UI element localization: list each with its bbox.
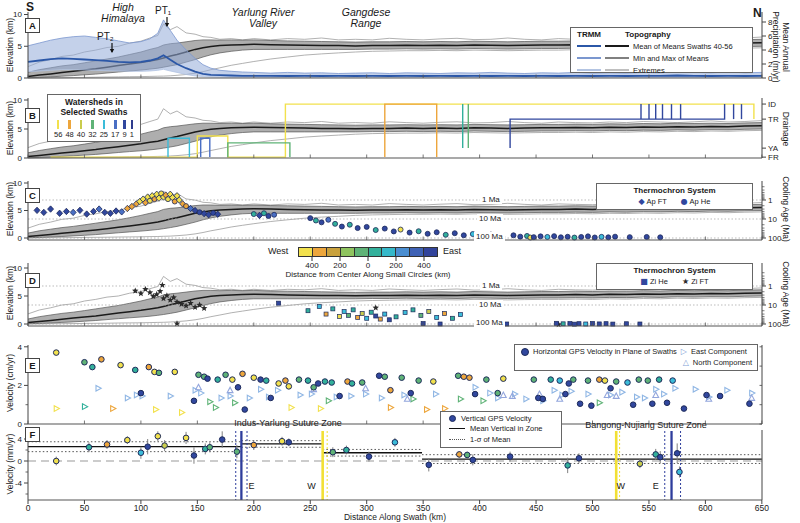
- diamond-icon: ◆: [639, 197, 645, 206]
- age-label-10ma-c: 10 Ma: [477, 214, 503, 223]
- svg-text:650: 650: [755, 503, 769, 513]
- colorbar-cell: [299, 248, 313, 256]
- compass-north-label: N: [753, 6, 762, 20]
- legend-f-row3-label: 1-σ of Mean: [470, 435, 510, 444]
- legend-a-row1-label: Mean of Means Swaths 40-56: [633, 42, 733, 51]
- colorbar-cell: [382, 248, 396, 256]
- colorbar-cell: [355, 248, 369, 256]
- legend-f-row1: Vertical GPS Velocity: [441, 412, 561, 423]
- axis-cooling-d-label: Cooling Age (Ma): [781, 229, 791, 359]
- svg-text:200: 200: [333, 261, 347, 270]
- svg-text:4: 4: [18, 343, 23, 352]
- watershed-swatch: 56: [54, 120, 62, 139]
- legend-a-row1: Mean of Means Swaths 40-56: [571, 40, 752, 52]
- legend-a-header: TRMM Topography: [571, 28, 752, 40]
- panel-b-label: B: [25, 108, 40, 123]
- svg-text:450: 450: [529, 503, 543, 513]
- legend-f-row2-label: Mean Vertical in Zone: [470, 424, 543, 433]
- legend-a-row3-label: Extremes: [633, 66, 665, 75]
- colorbar-cell: [313, 248, 327, 256]
- watershed-swatch: 9: [123, 120, 127, 139]
- svg-text:200: 200: [247, 503, 261, 513]
- svg-text:100: 100: [768, 320, 782, 329]
- vertical-gps-dot-icon: [449, 415, 456, 422]
- svg-text:100: 100: [768, 234, 782, 243]
- legend-watersheds: Watersheds in Selected Swaths 5648403225…: [47, 94, 141, 142]
- gangdese-range-annotation: Gangdese Range: [326, 7, 406, 29]
- axis-velocity-mm-label: Velocity (mm/yr): [5, 404, 15, 523]
- svg-text:400: 400: [305, 261, 319, 270]
- topo-mean-line-swatch: [605, 45, 629, 47]
- legend-e-main-label: Horizontal GPS Velocity in Plane of Swat…: [533, 347, 677, 356]
- svg-text:-4: -4: [15, 479, 23, 488]
- circle-icon: ●: [681, 197, 688, 206]
- svg-text:5: 5: [18, 42, 23, 51]
- colorbar-ticks: 4002000200400: [305, 257, 431, 270]
- legend-e-east-label: East Component: [691, 347, 747, 356]
- legend-a-col-topo: Topography: [625, 30, 671, 39]
- svg-text:E: E: [249, 481, 255, 491]
- legend-horizontal-gps: Horizontal GPS Velocity in Plane of Swat…: [514, 344, 758, 371]
- svg-text:1: 1: [768, 196, 773, 205]
- svg-text:0: 0: [18, 420, 23, 429]
- svg-text:4: 4: [18, 435, 23, 444]
- svg-text:0: 0: [18, 74, 23, 83]
- panel-a-label: A: [25, 18, 40, 33]
- svg-text:50: 50: [80, 503, 90, 513]
- colorbar-cell: [410, 248, 424, 256]
- mean-line-icon: [449, 428, 465, 429]
- legend-c-aphe: ● Ap He: [681, 197, 711, 206]
- swath-profile-figure: EWEW050100150200250300350400450500550600…: [0, 0, 800, 523]
- panel-d-label: D: [25, 273, 40, 288]
- legend-c-items: ◆ Ap FT ● Ap He: [597, 195, 752, 206]
- gps-circle-icon: [521, 348, 529, 356]
- legend-a-row2-label: Min and Max of Means: [633, 54, 709, 63]
- east-triangle-icon: ▷: [681, 347, 687, 356]
- legend-c-title: Thermochron System: [597, 184, 752, 195]
- svg-text:600: 600: [698, 503, 712, 513]
- square-icon: ■: [640, 277, 648, 286]
- svg-text:FR: FR: [768, 153, 779, 162]
- legend-e-row2: △ North Component: [515, 356, 757, 367]
- legend-b-title: Watersheds in Selected Swaths: [48, 95, 140, 117]
- watershed-swatch: 17: [111, 120, 119, 139]
- legend-d-items: ■ Zi He ★ Zi FT: [597, 275, 752, 286]
- chart-canvas: EWEW050100150200250300350400450500550600…: [0, 0, 800, 523]
- age-label-10ma-d: 10 Ma: [477, 300, 503, 309]
- legend-c-apft: ◆ Ap FT: [639, 197, 667, 206]
- high-himalaya-annotation: High Himalaya: [83, 2, 163, 24]
- age-label-100ma-d: 100 Ma: [474, 318, 505, 327]
- indus-yarlung-title: Indus-Yarlung Suture Zone: [188, 418, 388, 428]
- topo-minmax-line-swatch: [605, 57, 629, 59]
- svg-text:150: 150: [190, 503, 204, 513]
- legend-f-row3: 1-σ of Mean: [441, 433, 561, 444]
- colorbar-cell: [424, 248, 437, 256]
- legend-c-apft-label: Ap FT: [646, 197, 666, 206]
- pt2-annotation: PT₂: [97, 31, 114, 42]
- svg-text:0: 0: [366, 261, 371, 270]
- svg-text:0: 0: [18, 154, 23, 163]
- legend-vertical-gps: Vertical GPS Velocity Mean Vertical in Z…: [440, 411, 562, 448]
- legend-e-row1: Horizontal GPS Velocity in Plane of Swat…: [515, 345, 757, 356]
- svg-text:200: 200: [389, 261, 403, 270]
- colorbar-east-label: East: [443, 246, 461, 256]
- svg-text:E: E: [653, 481, 659, 491]
- panel-f-plot: EWEW: [28, 431, 762, 500]
- legend-f-row1-label: Vertical GPS Velocity: [461, 414, 531, 423]
- watershed-swatch: 25: [100, 120, 108, 139]
- watershed-swatch: 1: [130, 120, 134, 139]
- age-label-1ma-d: 1 Ma: [480, 281, 502, 290]
- legend-d-title: Thermochron System: [597, 264, 752, 275]
- legend-thermochron-c: Thermochron System ◆ Ap FT ● Ap He: [596, 183, 753, 210]
- svg-text:2: 2: [18, 381, 23, 390]
- watershed-swatch: 40: [77, 120, 85, 139]
- colorbar-cell: [327, 248, 341, 256]
- legend-d-zihe: ■ Zi He: [640, 277, 668, 286]
- watershed-swatch: 48: [65, 120, 73, 139]
- colorbar-west-label: West: [268, 246, 288, 256]
- x-axis-title: Distance Along Swath (km): [295, 512, 495, 522]
- compass-south-label: S: [26, 0, 34, 14]
- colorbar: [298, 247, 438, 257]
- svg-text:1: 1: [768, 282, 773, 291]
- trmm-extremes-line-swatch: [577, 69, 601, 71]
